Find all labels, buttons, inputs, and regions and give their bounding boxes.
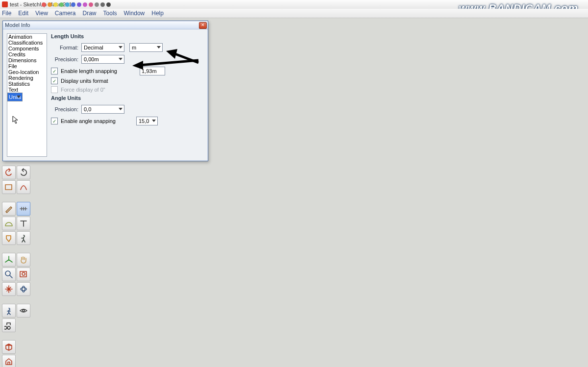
dialog-titlebar[interactable]: Model Info ✕ [3,21,208,29]
tab-dot [89,2,93,7]
menu-bar[interactable]: FileEditViewCameraDrawToolsWindowHelp [0,9,588,18]
section-icon[interactable] [2,318,16,332]
zoom-window-icon[interactable] [17,268,30,281]
dim-bottom: 1,52m [461,318,484,327]
cube-model [323,140,475,316]
paint-icon[interactable] [2,231,16,245]
menu-help[interactable]: Help [151,10,164,17]
category-animation[interactable]: Animation [7,34,47,40]
model-info-dialog[interactable]: Model Info ✕ AnimationClassificationsCom… [2,21,208,161]
hand-icon[interactable] [17,253,30,267]
tab-dot [59,2,64,7]
zoom-icon[interactable] [2,268,16,281]
tab-dot [83,2,87,7]
tab-dot [71,2,75,7]
svg-line-15 [393,316,399,323]
orbit-icon[interactable] [17,282,30,296]
category-list[interactable]: AnimationClassificationsComponentsCredit… [7,33,47,157]
menu-file[interactable]: File [2,10,11,17]
warehouse-icon[interactable] [2,355,16,367]
dimension-lines [318,102,537,323]
undo-icon[interactable] [2,166,16,179]
enable-length-snapping-checkbox[interactable]: ✓ Enable length snapping 1,93m [51,67,204,75]
tape-icon[interactable] [17,202,30,216]
length-snap-value[interactable]: 1,93m [140,67,165,75]
category-components[interactable]: Components [7,46,47,51]
svg-line-11 [506,226,513,232]
menu-view[interactable]: View [35,10,48,17]
svg-line-18 [360,316,396,319]
category-classifications[interactable]: Classifications [7,40,47,46]
angle-precision-label: Precision: [51,106,78,112]
dim-top: 1,52m [378,113,401,122]
force-display-checkbox: Force display of 0" [51,86,204,93]
svg-line-12 [462,106,510,150]
tab-dot [100,2,105,7]
angle-snap-select[interactable]: 15,0 [136,117,158,125]
category-rendering[interactable]: Rendering [7,75,47,81]
category-file[interactable]: File [7,63,47,69]
position-icon[interactable] [2,282,16,296]
menu-window[interactable]: Window [124,10,145,17]
category-dimensions[interactable]: Dimensions [7,57,47,63]
svg-line-8 [427,102,433,110]
tool-toolbar[interactable] [2,166,30,367]
eye-icon[interactable] [17,304,30,318]
format-label: Format: [51,45,78,50]
format-select[interactable]: Decimal [81,43,124,52]
category-geo-location[interactable]: Geo-location [7,69,47,75]
redo-icon[interactable] [17,166,30,179]
rectangle-icon[interactable] [2,180,16,194]
dialog-title: Model Info [5,22,30,28]
svg-line-2 [211,32,470,60]
angle-precision-select[interactable]: 0,0 [81,105,124,114]
arc-spin-icon[interactable] [17,180,30,194]
svg-marker-4 [323,165,360,316]
tab-dot [53,2,58,7]
person-icon[interactable] [2,304,16,318]
length-units-heading: Length Units [51,33,204,39]
category-units[interactable]: Units [7,93,23,101]
menu-draw[interactable]: Draw [83,10,97,17]
tab-dot [77,2,81,7]
length-precision-select[interactable]: 0,00m [81,55,124,64]
dim-right: 1,52m [481,160,504,169]
tab-dot [48,2,52,7]
close-icon[interactable]: ✕ [199,22,207,29]
checkbox-checked-icon: ✓ [51,68,58,74]
unit-select[interactable]: m [129,43,163,52]
axes-icon[interactable] [2,253,16,267]
svg-line-6 [321,106,430,133]
tab-dot [42,2,46,7]
svg-marker-5 [360,216,475,316]
svg-line-17 [475,287,534,292]
text-icon[interactable] [17,217,30,230]
checkbox-icon [51,86,58,93]
walk-icon[interactable] [17,231,30,245]
checkbox-checked-icon: ✓ [51,77,58,84]
svg-line-7 [318,129,323,137]
category-credits[interactable]: Credits [7,51,47,57]
pencil-icon[interactable] [2,202,16,216]
menu-tools[interactable]: Tools [103,10,117,17]
display-units-format-checkbox[interactable]: ✓ Display units format [51,77,204,84]
menu-camera[interactable]: Camera [55,10,76,17]
svg-line-14 [396,287,534,319]
tab-dot [95,2,99,7]
angle-units-heading: Angle Units [51,95,204,101]
length-precision-label: Precision: [51,56,78,62]
category-text[interactable]: Text [7,87,47,93]
menu-edit[interactable]: Edit [18,10,28,17]
checkbox-checked-icon: ✓ [51,118,58,124]
svg-line-16 [530,283,537,291]
protractor-icon[interactable] [2,217,16,230]
red-3d-icon[interactable] [2,340,16,354]
svg-line-1 [34,179,196,367]
app-icon [2,1,8,7]
enable-angle-snapping-checkbox[interactable]: ✓ Enable angle snapping 15,0 [51,117,204,125]
tab-dot [106,2,111,7]
category-statistics[interactable]: Statistics [7,81,47,87]
svg-line-10 [506,147,513,153]
colored-tab-dots [42,0,111,9]
svg-line-13 [493,214,534,287]
